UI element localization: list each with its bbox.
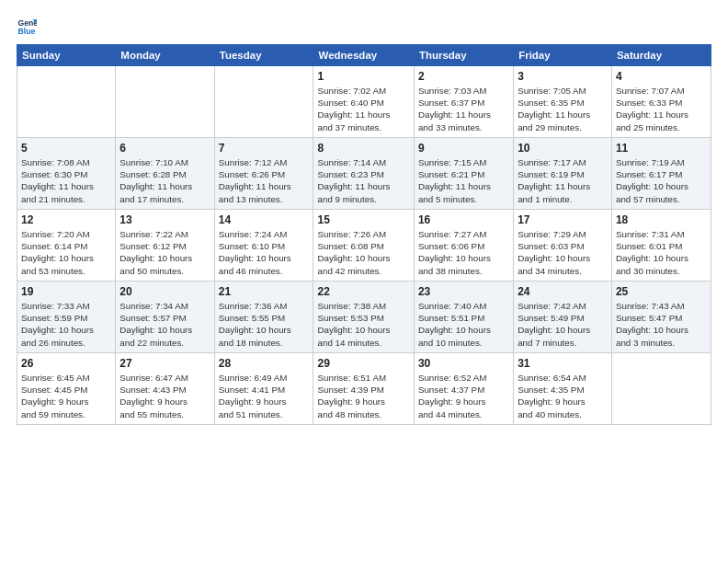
day-info: Sunrise: 7:02 AMSunset: 6:40 PMDaylight:… (317, 85, 409, 133)
week-row-2: 5Sunrise: 7:08 AMSunset: 6:30 PMDaylight… (17, 138, 711, 210)
day-info: Sunrise: 7:22 AMSunset: 6:12 PMDaylight:… (119, 228, 210, 277)
weekday-header-saturday: Saturday (611, 45, 711, 66)
day-number: 20 (119, 285, 210, 298)
day-info: Sunrise: 7:10 AMSunset: 6:28 PMDaylight:… (119, 156, 210, 205)
calendar-cell: 11Sunrise: 7:19 AMSunset: 6:17 PMDayligh… (611, 138, 711, 210)
day-number: 15 (317, 213, 409, 226)
calendar-cell: 2Sunrise: 7:03 AMSunset: 6:37 PMDaylight… (414, 66, 513, 138)
day-info: Sunrise: 7:40 AMSunset: 5:51 PMDaylight:… (418, 300, 509, 349)
logo-icon: General Blue (17, 17, 37, 37)
calendar-cell: 22Sunrise: 7:38 AMSunset: 5:53 PMDayligh… (313, 282, 414, 353)
day-number: 9 (418, 142, 509, 155)
calendar-cell (611, 353, 711, 425)
day-number: 25 (616, 285, 707, 298)
calendar-cell: 15Sunrise: 7:26 AMSunset: 6:08 PMDayligh… (313, 210, 414, 282)
day-number: 2 (418, 70, 509, 83)
weekday-header-thursday: Thursday (414, 45, 513, 66)
day-info: Sunrise: 6:51 AMSunset: 4:39 PMDaylight:… (317, 372, 409, 420)
weekday-header-wednesday: Wednesday (313, 45, 414, 66)
calendar-cell: 17Sunrise: 7:29 AMSunset: 6:03 PMDayligh… (514, 210, 612, 282)
calendar-cell: 18Sunrise: 7:31 AMSunset: 6:01 PMDayligh… (611, 210, 711, 282)
day-number: 31 (518, 357, 608, 370)
calendar-cell: 10Sunrise: 7:17 AMSunset: 6:19 PMDayligh… (514, 138, 612, 210)
day-info: Sunrise: 6:54 AMSunset: 4:35 PMDaylight:… (518, 372, 608, 420)
weekday-header-row: SundayMondayTuesdayWednesdayThursdayFrid… (17, 45, 711, 66)
calendar-cell (17, 66, 116, 138)
calendar-cell: 27Sunrise: 6:47 AMSunset: 4:43 PMDayligh… (116, 353, 214, 425)
day-info: Sunrise: 7:20 AMSunset: 6:14 PMDaylight:… (21, 228, 111, 277)
day-info: Sunrise: 7:03 AMSunset: 6:37 PMDaylight:… (418, 85, 509, 133)
day-number: 10 (518, 142, 608, 155)
day-info: Sunrise: 6:47 AMSunset: 4:43 PMDaylight:… (119, 372, 210, 420)
day-number: 7 (219, 142, 310, 155)
week-row-4: 19Sunrise: 7:33 AMSunset: 5:59 PMDayligh… (17, 282, 711, 353)
calendar-cell: 19Sunrise: 7:33 AMSunset: 5:59 PMDayligh… (17, 282, 116, 353)
day-number: 14 (219, 213, 310, 226)
day-number: 22 (317, 285, 409, 298)
calendar-cell: 24Sunrise: 7:42 AMSunset: 5:49 PMDayligh… (514, 282, 612, 353)
week-row-1: 1Sunrise: 7:02 AMSunset: 6:40 PMDaylight… (17, 66, 711, 138)
day-number: 23 (418, 285, 509, 298)
day-number: 26 (21, 357, 111, 370)
day-info: Sunrise: 7:34 AMSunset: 5:57 PMDaylight:… (119, 300, 210, 349)
day-number: 16 (418, 213, 509, 226)
calendar-cell: 13Sunrise: 7:22 AMSunset: 6:12 PMDayligh… (116, 210, 214, 282)
calendar-cell: 31Sunrise: 6:54 AMSunset: 4:35 PMDayligh… (514, 353, 612, 425)
calendar-page: General Blue SundayMondayTuesdayWednesda… (0, 0, 728, 563)
calendar-cell: 28Sunrise: 6:49 AMSunset: 4:41 PMDayligh… (214, 353, 313, 425)
day-info: Sunrise: 7:07 AMSunset: 6:33 PMDaylight:… (616, 85, 707, 133)
day-info: Sunrise: 7:24 AMSunset: 6:10 PMDaylight:… (219, 228, 310, 277)
day-info: Sunrise: 7:26 AMSunset: 6:08 PMDaylight:… (317, 228, 409, 277)
day-info: Sunrise: 7:14 AMSunset: 6:23 PMDaylight:… (317, 156, 409, 205)
day-info: Sunrise: 7:12 AMSunset: 6:26 PMDaylight:… (219, 156, 310, 205)
calendar-cell: 26Sunrise: 6:45 AMSunset: 4:45 PMDayligh… (17, 353, 116, 425)
day-number: 4 (616, 70, 707, 83)
weekday-header-friday: Friday (514, 45, 612, 66)
calendar-cell: 14Sunrise: 7:24 AMSunset: 6:10 PMDayligh… (214, 210, 313, 282)
calendar-cell: 30Sunrise: 6:52 AMSunset: 4:37 PMDayligh… (414, 353, 513, 425)
day-number: 3 (518, 70, 608, 83)
calendar-cell: 3Sunrise: 7:05 AMSunset: 6:35 PMDaylight… (514, 66, 612, 138)
calendar-cell: 16Sunrise: 7:27 AMSunset: 6:06 PMDayligh… (414, 210, 513, 282)
day-number: 28 (219, 357, 310, 370)
day-number: 21 (219, 285, 310, 298)
day-info: Sunrise: 7:08 AMSunset: 6:30 PMDaylight:… (21, 156, 111, 205)
calendar-cell: 9Sunrise: 7:15 AMSunset: 6:21 PMDaylight… (414, 138, 513, 210)
day-info: Sunrise: 7:27 AMSunset: 6:06 PMDaylight:… (418, 228, 509, 277)
header: General Blue (17, 17, 711, 37)
day-info: Sunrise: 6:52 AMSunset: 4:37 PMDaylight:… (418, 372, 509, 420)
day-number: 24 (518, 285, 608, 298)
day-number: 1 (317, 70, 409, 83)
day-info: Sunrise: 6:45 AMSunset: 4:45 PMDaylight:… (21, 372, 111, 420)
weekday-header-monday: Monday (116, 45, 214, 66)
week-row-3: 12Sunrise: 7:20 AMSunset: 6:14 PMDayligh… (17, 210, 711, 282)
day-number: 12 (21, 213, 111, 226)
weekday-header-tuesday: Tuesday (214, 45, 313, 66)
day-number: 8 (317, 142, 409, 155)
calendar-cell: 12Sunrise: 7:20 AMSunset: 6:14 PMDayligh… (17, 210, 116, 282)
calendar-cell: 25Sunrise: 7:43 AMSunset: 5:47 PMDayligh… (611, 282, 711, 353)
day-number: 18 (616, 213, 707, 226)
svg-text:Blue: Blue (18, 27, 36, 36)
calendar-table: SundayMondayTuesdayWednesdayThursdayFrid… (17, 44, 711, 425)
day-info: Sunrise: 7:29 AMSunset: 6:03 PMDaylight:… (518, 228, 608, 277)
day-info: Sunrise: 7:05 AMSunset: 6:35 PMDaylight:… (518, 85, 608, 133)
calendar-cell: 8Sunrise: 7:14 AMSunset: 6:23 PMDaylight… (313, 138, 414, 210)
calendar-cell: 6Sunrise: 7:10 AMSunset: 6:28 PMDaylight… (116, 138, 214, 210)
day-info: Sunrise: 7:15 AMSunset: 6:21 PMDaylight:… (418, 156, 509, 205)
day-info: Sunrise: 7:43 AMSunset: 5:47 PMDaylight:… (616, 300, 707, 349)
calendar-cell: 4Sunrise: 7:07 AMSunset: 6:33 PMDaylight… (611, 66, 711, 138)
day-info: Sunrise: 7:19 AMSunset: 6:17 PMDaylight:… (616, 156, 707, 205)
calendar-cell: 5Sunrise: 7:08 AMSunset: 6:30 PMDaylight… (17, 138, 116, 210)
day-number: 30 (418, 357, 509, 370)
day-info: Sunrise: 7:36 AMSunset: 5:55 PMDaylight:… (219, 300, 310, 349)
calendar-cell: 20Sunrise: 7:34 AMSunset: 5:57 PMDayligh… (116, 282, 214, 353)
calendar-cell: 1Sunrise: 7:02 AMSunset: 6:40 PMDaylight… (313, 66, 414, 138)
day-number: 19 (21, 285, 111, 298)
day-info: Sunrise: 7:17 AMSunset: 6:19 PMDaylight:… (518, 156, 608, 205)
logo: General Blue (17, 17, 40, 37)
day-number: 5 (21, 142, 111, 155)
day-number: 11 (616, 142, 707, 155)
week-row-5: 26Sunrise: 6:45 AMSunset: 4:45 PMDayligh… (17, 353, 711, 425)
calendar-cell: 7Sunrise: 7:12 AMSunset: 6:26 PMDaylight… (214, 138, 313, 210)
